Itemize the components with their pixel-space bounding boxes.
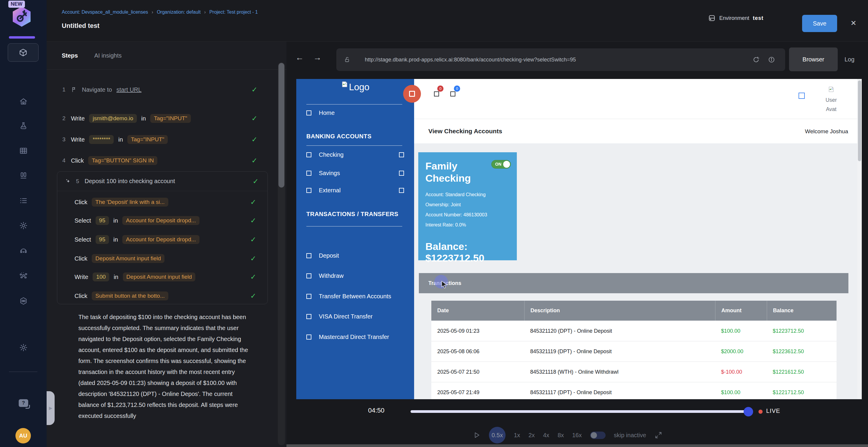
playback-progress-track[interactable] [410, 410, 748, 413]
step-value-badge[interactable]: 95 [96, 235, 109, 244]
tab-ai-insights[interactable]: AI insights [94, 52, 121, 59]
viewport-scrollbar-thumb[interactable] [858, 81, 861, 161]
step-value-badge[interactable]: ******** [89, 135, 114, 144]
speed-option-0.5x[interactable]: 0.5x [489, 427, 505, 443]
bank-nav-home[interactable]: Home [306, 109, 404, 116]
bank-nav-withdraw[interactable]: Withdraw [306, 273, 404, 279]
substep-row-1[interactable]: Click The 'Deposit' link with a si... ✓ [74, 196, 256, 209]
sidebar-item-table[interactable] [19, 146, 28, 156]
user-avatar[interactable]: AU [16, 428, 31, 443]
back-arrow-icon: ← [296, 53, 304, 62]
substep-row-5[interactable]: Write 100 in Deposit Amount input field … [74, 270, 256, 283]
breadcrumb-account[interactable]: Account: Devspace_all_module_licenses [62, 9, 148, 15]
steps-scrollbar-thumb[interactable] [278, 63, 284, 188]
speed-option-16x[interactable]: 16x [572, 432, 582, 439]
table-row[interactable]: 2025-05-09 01:23 845321120 (DPT) - Onlin… [431, 321, 837, 341]
bank-nav-savings[interactable]: Savings [306, 170, 404, 177]
tab-steps[interactable]: Steps [62, 52, 78, 59]
table-row[interactable]: 2025-05-07 21:50 845321118 (WTH) - Onlin… [431, 361, 837, 382]
bank-nav-deposit[interactable]: Deposit [306, 252, 404, 259]
step-value-badge[interactable]: jsmith@demo.io [89, 114, 137, 123]
toggle-knob [503, 161, 510, 168]
speed-option-4x[interactable]: 4x [543, 432, 549, 439]
speed-option-1x[interactable]: 1x [514, 432, 520, 439]
bank-logo[interactable]: Logo [296, 81, 414, 93]
step-target-badge[interactable]: Account for Deposit dropd... [122, 235, 199, 244]
navbar-placeholder-icon[interactable] [799, 93, 805, 99]
sidebar-item-settings[interactable] [19, 343, 28, 352]
notifications-placeholder-icon[interactable] [434, 91, 439, 96]
sidebar-item-lab[interactable] [19, 121, 28, 131]
start-url-link[interactable]: start URL [116, 86, 141, 93]
sidebar-item-support[interactable] [19, 246, 28, 255]
sidebar-item-home[interactable] [19, 97, 28, 106]
tab-log[interactable]: Log [844, 47, 854, 71]
sidebar-item-config[interactable] [19, 221, 28, 230]
sidebar-item-runs[interactable] [19, 196, 28, 205]
account-card-family-checking[interactable]: Family Checking ON Account: Standard Che… [418, 152, 517, 260]
refresh-icon[interactable] [752, 56, 760, 63]
table-row[interactable]: 2025-05-08 06:06 845321119 (DPT) - Onlin… [431, 341, 837, 361]
messages-placeholder-icon[interactable] [450, 91, 455, 96]
record-indicator-button[interactable] [403, 85, 421, 103]
speed-option-8x[interactable]: 8x [557, 432, 564, 439]
sidebar-item-links[interactable] [19, 296, 28, 306]
back-button[interactable]: ← [293, 51, 306, 64]
step-target-badge[interactable]: Deposit Amount input field [123, 273, 196, 281]
sidebar-item-integrations[interactable] [19, 271, 28, 280]
forward-button[interactable]: → [311, 51, 324, 64]
transactions-header-bar[interactable]: Transactions [419, 273, 848, 293]
substep-row-6[interactable]: Click Submit button at the botto... ✓ [74, 289, 256, 302]
substep-row-3[interactable]: Select 95 in Account for Deposit dropd..… [74, 233, 256, 246]
url-text[interactable]: http://stage.dbank.prod-apps.relicx.ai:8… [365, 57, 576, 63]
panel-expand-handle[interactable]: ▶ [46, 391, 55, 425]
app-logo-icon[interactable] [9, 5, 34, 31]
account-toggle[interactable]: ON [491, 160, 511, 168]
close-button[interactable]: ✕ [847, 17, 860, 30]
help-chat-button[interactable]: ? [19, 398, 28, 408]
bank-nav-mastercard-transfer[interactable]: Mastercard Direct Transfer [306, 333, 404, 341]
play-button[interactable] [473, 431, 480, 439]
skip-inactive-toggle[interactable] [590, 432, 606, 439]
step-target-badge[interactable]: Submit button at the botto... [92, 291, 168, 300]
notification-badge-blue: 0 [454, 86, 460, 92]
bank-nav-checking[interactable]: Checking [306, 151, 404, 158]
environment-selector[interactable]: Environment test [708, 14, 764, 22]
step-target-badge[interactable]: Tag="BUTTON" SIGN IN [88, 156, 157, 165]
divider [414, 119, 857, 119]
check-icon: ✓ [250, 292, 256, 300]
step-target-badge[interactable]: The 'Deposit' link with a si... [92, 198, 168, 206]
bank-nav-external[interactable]: External [306, 187, 404, 194]
step-group-header[interactable]: 5 Deposit 100 into checking account ✓ [57, 171, 268, 191]
bank-nav-transfer[interactable]: Transfer Between Accounts [306, 293, 404, 300]
step-row-4[interactable]: 4 Click Tag="BUTTON" SIGN IN ✓ [62, 154, 257, 167]
info-icon[interactable] [768, 56, 775, 63]
breadcrumb-organization[interactable]: Organization: default [157, 9, 201, 15]
step-target-badge[interactable]: Tag="INPUT" [127, 135, 168, 144]
table-row[interactable]: 2025-05-07 21:49 845321117 (DPT) - Onlin… [431, 382, 837, 399]
step-action: Write [71, 136, 85, 143]
substep-row-2[interactable]: Select 95 in Account for Deposit dropd..… [74, 214, 256, 227]
breadcrumb-project[interactable]: Project: Test project - 1 [209, 9, 258, 15]
step-value-badge[interactable]: 100 [93, 273, 109, 281]
live-label[interactable]: LIVE [766, 408, 780, 414]
step-row-1[interactable]: 1 Navigate to start URL ✓ [62, 83, 257, 96]
sidebar-item-suites[interactable] [19, 171, 28, 181]
substep-row-4[interactable]: Click Deposit Amount input field ✓ [74, 252, 256, 265]
url-bar[interactable]: http://stage.dbank.prod-apps.relicx.ai:8… [336, 49, 785, 71]
sidebar-item-tests[interactable] [8, 43, 39, 62]
save-button[interactable]: Save [802, 15, 837, 32]
step-target-badge[interactable]: Tag="INPUT" [150, 114, 191, 123]
step-target-badge[interactable]: Deposit Amount input field [92, 254, 164, 263]
step-target-badge[interactable]: Account for Deposit dropd... [122, 216, 199, 225]
playback-progress-thumb[interactable] [744, 407, 753, 416]
step-value-badge[interactable]: 95 [96, 216, 109, 225]
bank-nav-visa-transfer[interactable]: VISA Direct Transfer [306, 313, 404, 320]
tab-browser[interactable]: Browser [789, 47, 838, 71]
speed-option-2x[interactable]: 2x [528, 432, 535, 439]
step-row-2[interactable]: 2 Write jsmith@demo.io in Tag="INPUT" ✓ [62, 112, 257, 125]
divider [306, 104, 402, 104]
step-row-3[interactable]: 3 Write ******** in Tag="INPUT" ✓ [62, 133, 257, 146]
fullscreen-icon[interactable] [655, 431, 662, 439]
user-avatar-placeholder[interactable]: User Avat [819, 86, 844, 114]
